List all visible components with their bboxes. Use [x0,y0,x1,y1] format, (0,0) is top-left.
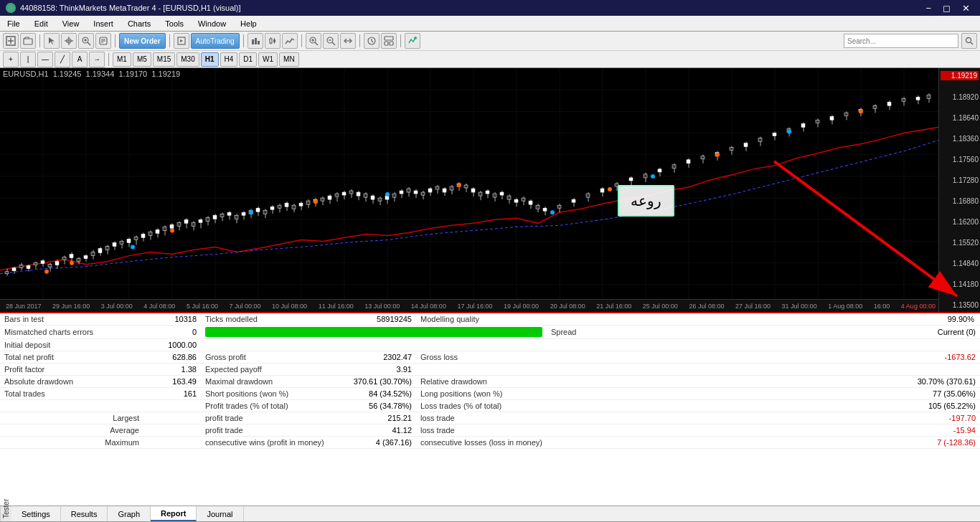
minimize-button[interactable]: − [921,3,936,14]
sep1 [39,34,40,47]
tf-w1[interactable]: W1 [258,52,278,67]
menu-edit[interactable]: Edit [27,16,55,31]
svg-point-289 [608,187,612,191]
properties-btn[interactable] [95,33,111,49]
zoom-out-chart-btn[interactable] [323,33,339,49]
tab-results[interactable]: Results [61,506,108,521]
svg-rect-197 [443,189,446,192]
cursor-btn[interactable] [44,33,60,49]
svg-rect-219 [522,198,525,201]
svg-point-292 [787,130,791,134]
tab-report[interactable]: Report [151,506,197,521]
svg-rect-149 [270,207,274,209]
time-10: 14 Jul 08:00 [411,303,446,310]
menu-charts[interactable]: Charts [121,16,158,31]
tf-h1[interactable]: H1 [201,52,219,67]
tab-settings[interactable]: Settings [11,506,61,521]
tab-graph[interactable]: Graph [108,506,151,521]
arrow-btn[interactable]: → [89,52,105,67]
ticks-modelled-label: Ticks modelled [201,313,330,326]
svg-rect-159 [306,201,310,204]
svg-rect-153 [285,203,288,207]
svg-rect-207 [479,192,482,196]
text-btn[interactable]: A [72,52,88,67]
tf-m15[interactable]: M15 [153,52,175,67]
svg-rect-275 [902,98,905,101]
tf-m1[interactable]: M1 [113,52,131,67]
autotrading-button[interactable]: AutoTrading [191,33,240,49]
svg-rect-105 [113,243,116,247]
tf-d1[interactable]: D1 [239,52,257,67]
time-3: 3 Jul 00:00 [101,303,133,310]
crosshair-btn[interactable] [61,33,77,49]
svg-rect-77 [12,268,16,271]
price-9: 1.14840 [941,260,979,267]
templates-btn[interactable] [381,33,397,49]
time-14: 21 Jul 16:00 [596,303,631,310]
svg-rect-131 [206,217,209,221]
chart-svg [0,68,938,299]
trend-line-btn[interactable]: ╱ [55,52,70,67]
tf-mn[interactable]: MN [279,52,299,67]
menu-insert[interactable]: Insert [86,16,121,31]
time-16: 26 Jul 08:00 [689,303,724,310]
chart-close: 1.19219 [149,70,180,78]
svg-rect-151 [278,205,281,208]
candle-chart-btn[interactable] [265,33,281,49]
horizontal-line-btn[interactable]: — [37,52,53,67]
svg-rect-239 [644,174,647,178]
svg-rect-229 [572,199,575,202]
bar-chart-btn[interactable] [248,33,263,49]
time-period-btn[interactable] [364,33,380,49]
chart-scroll-btn[interactable] [340,33,356,49]
stats-row-3: Initial deposit 1000.00 [0,339,980,351]
new-order-button[interactable]: New Order [119,33,166,49]
svg-rect-95 [77,259,80,262]
restore-button[interactable]: ◻ [938,3,955,14]
zoom-in-btn[interactable] [78,33,94,49]
time-9: 13 Jul 00:00 [364,303,400,310]
open-btn[interactable] [20,33,36,49]
tf-m30[interactable]: M30 [176,52,199,67]
search-button[interactable] [961,33,977,49]
menu-bar: File Edit View Insert Charts Tools Windo… [0,16,980,32]
menu-file[interactable]: File [0,16,27,31]
svg-rect-85 [41,261,44,264]
maximum-label: Maximum [0,437,143,449]
menu-help[interactable]: Help [233,16,264,31]
initial-deposit-value: 1000.00 [143,339,201,351]
menu-view[interactable]: View [55,16,87,31]
svg-rect-155 [292,205,296,209]
svg-rect-141 [242,212,245,215]
chart-canvas[interactable] [0,68,938,299]
menu-window[interactable]: Window [191,16,233,31]
annotation-box: روعه [618,185,674,217]
gross-loss-value: -1673.62 [762,351,980,364]
svg-point-280 [44,270,49,274]
largest-profit-trade-value: 215.21 [330,412,416,424]
total-trades-label: Total trades [0,388,143,400]
total-trades-value: 161 [143,388,201,400]
zoom-in-chart-btn[interactable] [306,33,321,49]
line-chart-btn[interactable] [282,33,298,49]
svg-rect-227 [557,205,561,208]
indicators-btn[interactable] [405,33,420,49]
sep4 [243,34,244,47]
new-chart-btn[interactable] [3,33,19,49]
vertical-line-btn[interactable]: | [20,52,36,67]
stats-scroll-area[interactable]: Bars in test 10318 Ticks modelled 589192… [0,313,980,506]
tf-h4[interactable]: H4 [220,52,238,67]
max-consec-losses-value: 7 (-128.36) [762,437,980,449]
tf-m5[interactable]: M5 [133,52,151,67]
search-input[interactable] [844,34,958,48]
tab-journal[interactable]: Journal [197,506,243,521]
menu-tools[interactable]: Tools [158,16,191,31]
largest-profit-trade-label: profit trade [201,412,330,424]
stats-row-10: Average profit trade 41.12 loss trade -1… [0,424,980,437]
svg-rect-253 [744,143,748,147]
tester-label[interactable]: Tester [0,506,11,521]
close-button[interactable]: ✕ [958,3,974,14]
tabs-container: Tester Settings Results Graph Report Jou… [0,506,980,521]
crosshair-draw-btn[interactable]: + [3,52,19,67]
expert-advisors-btn[interactable] [174,33,189,49]
